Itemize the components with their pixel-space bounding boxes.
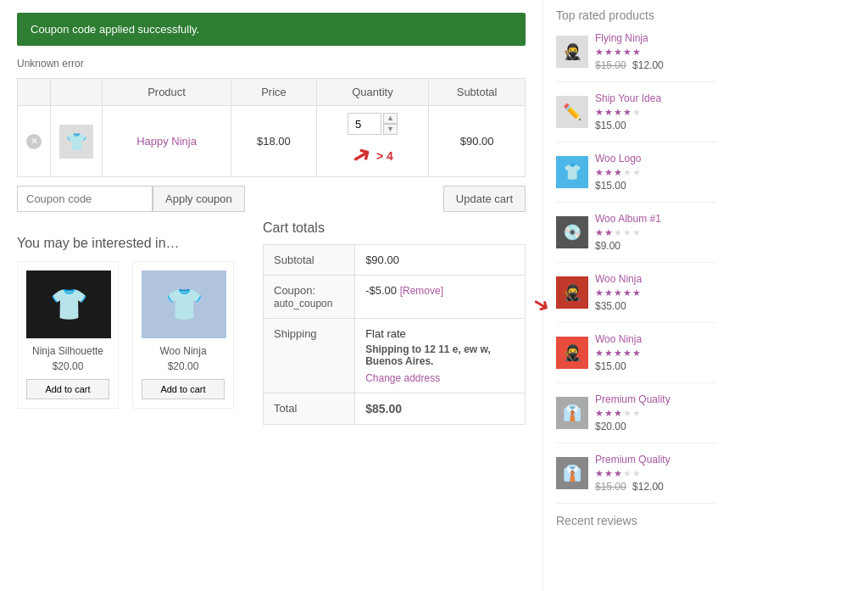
sidebar-product-link[interactable]: Woo Album #1 xyxy=(595,213,716,225)
sidebar-price: $35.00 xyxy=(595,300,716,312)
sidebar-product-info: Woo Album #1 ★★★★★ $9.00 xyxy=(595,213,716,252)
cart-totals-table: Subtotal $90.00 Coupon: auto_coupon -$5.… xyxy=(263,244,526,425)
quantity-cell: ▲ ▼ ➜ > 4 xyxy=(316,106,428,177)
change-address-link[interactable]: Change address xyxy=(365,372,515,384)
col-thumb xyxy=(51,79,103,106)
list-item: 👔 Premium Quality ★★★★★ $20.00 xyxy=(556,393,716,443)
sidebar-price: $9.00 xyxy=(595,240,716,252)
star-rating: ★★★★★ xyxy=(595,287,716,298)
success-banner: Coupon code applied successfully. xyxy=(17,13,526,46)
list-item: 💿 Woo Album #1 ★★★★★ $9.00 xyxy=(556,213,716,263)
coupon-value-cell: -$5.00 [Remove] ➜ xyxy=(355,276,526,319)
table-row: ✕ 👕 Happy Ninja $18.00 xyxy=(18,106,526,177)
sidebar-product-info: Woo Logo ★★★★★ $15.00 xyxy=(595,153,716,192)
list-item: 🥷 Woo Ninja ★★★★★ $15.00 xyxy=(556,333,716,383)
remove-item-button[interactable]: ✕ xyxy=(26,134,42,149)
list-item: 👔 Premium Quality ★★★★★ $15.00 $12.00 xyxy=(556,454,716,504)
sidebar-product-link[interactable]: Premium Quality xyxy=(595,454,716,466)
quantity-input[interactable] xyxy=(348,113,381,135)
shipping-value-cell: Flat rate Shipping to 12 11 e, ew w, Bue… xyxy=(355,319,526,393)
product-thumb-cell: 👕 xyxy=(51,106,103,177)
sidebar-product-info: Premium Quality ★★★★★ $20.00 xyxy=(595,393,716,432)
list-item: ✏️ Ship Your Idea ★★★★★ $15.00 xyxy=(556,92,716,142)
sidebar-product-link[interactable]: Woo Ninja xyxy=(595,273,716,285)
total-label: Total xyxy=(264,393,355,425)
product-card-thumbnail: 👕 xyxy=(142,270,226,338)
sidebar-product-info: Flying Ninja ★★★★★ $15.00 $12.00 xyxy=(595,32,716,71)
sidebar-price: $20.00 xyxy=(595,421,716,432)
star-rating: ★★★★★ xyxy=(595,468,716,479)
sidebar-product-link[interactable]: Woo Ninja xyxy=(595,333,716,345)
subtotal-cell: $90.00 xyxy=(429,106,526,177)
sidebar-product-link[interactable]: Premium Quality xyxy=(595,393,716,405)
coupon-input[interactable] xyxy=(17,186,153,212)
sidebar-product-link[interactable]: Ship Your Idea xyxy=(595,92,716,104)
col-remove xyxy=(18,79,51,106)
price-cell: $18.00 xyxy=(231,106,317,177)
shipping-row: Shipping Flat rate Shipping to 12 11 e, … xyxy=(264,319,526,393)
qty-down-button[interactable]: ▼ xyxy=(383,124,398,135)
cart-totals-title: Cart totals xyxy=(263,220,526,236)
add-to-cart-button-0[interactable]: Add to cart xyxy=(26,379,109,399)
star-rating: ★★★★★ xyxy=(595,167,716,178)
product-subtotal: $90.00 xyxy=(460,135,494,148)
sidebar-product-thumbnail: ✏️ xyxy=(556,96,588,128)
col-quantity: Quantity xyxy=(316,79,428,106)
qty-up-button[interactable]: ▲ xyxy=(383,113,398,124)
star-rating: ★★★★★ xyxy=(595,408,716,419)
sidebar-product-info: Woo Ninja ★★★★★ $15.00 xyxy=(595,333,716,372)
subtotal-value: $90.00 xyxy=(355,245,526,276)
interested-title: You may be interested in… xyxy=(17,236,246,251)
product-name-cell: Happy Ninja xyxy=(103,106,231,177)
sidebar-product-thumbnail: 🥷 xyxy=(556,337,588,369)
subtotal-row: Subtotal $90.00 xyxy=(264,245,526,276)
coupon-row: Apply coupon Update cart xyxy=(17,186,526,212)
sidebar-price: $15.00 xyxy=(595,180,716,192)
top-rated-title: Top rated products xyxy=(556,8,716,22)
add-to-cart-button-1[interactable]: Add to cart xyxy=(142,379,225,399)
shipping-address: Shipping to 12 11 e, ew w, Buenos Aires. xyxy=(365,343,515,367)
list-item: 🥷 Flying Ninja ★★★★★ $15.00 $12.00 xyxy=(556,32,716,82)
product-card-price: $20.00 xyxy=(142,360,225,372)
sidebar: Top rated products 🥷 Flying Ninja ★★★★★ … xyxy=(542,0,729,591)
subtotal-label: Subtotal xyxy=(264,245,355,276)
product-thumbnail: 👕 xyxy=(59,125,93,159)
star-rating: ★★★★★ xyxy=(595,348,716,359)
total-row: Total $85.00 xyxy=(264,393,526,425)
list-item: 👕 Woo Ninja $20.00 Add to cart xyxy=(132,261,234,409)
col-subtotal: Subtotal xyxy=(429,79,526,106)
coupon-discount: -$5.00 xyxy=(365,284,397,297)
sidebar-product-info: Ship Your Idea ★★★★★ $15.00 xyxy=(595,92,716,131)
error-text: Unknown error xyxy=(17,58,526,70)
sidebar-product-thumbnail: 🥷 xyxy=(556,276,588,309)
remove-cell: ✕ xyxy=(18,106,51,177)
product-card-name: Woo Ninja xyxy=(142,345,225,357)
product-price: $18.00 xyxy=(257,135,291,148)
total-value-cell: $85.00 xyxy=(355,393,526,425)
sidebar-product-thumbnail: 🥷 xyxy=(556,36,588,68)
cart-table: Product Price Quantity Subtotal ✕ 👕 Happ… xyxy=(17,78,526,177)
product-link[interactable]: Happy Ninja xyxy=(136,135,197,148)
sidebar-product-thumbnail: 💿 xyxy=(556,216,588,248)
product-card-name: Ninja Silhouette xyxy=(26,345,109,357)
remove-coupon-link[interactable]: [Remove] xyxy=(400,285,443,297)
shipping-label: Shipping xyxy=(264,319,355,393)
apply-coupon-button[interactable]: Apply coupon xyxy=(153,186,245,212)
sidebar-price: $15.00 xyxy=(595,360,716,372)
star-rating: ★★★★★ xyxy=(595,107,716,118)
total-amount: $85.00 xyxy=(365,402,402,415)
col-product: Product xyxy=(103,79,231,106)
sidebar-product-info: Premium Quality ★★★★★ $15.00 $12.00 xyxy=(595,454,716,493)
coupon-row-totals: Coupon: auto_coupon -$5.00 [Remove] ➜ xyxy=(264,276,526,319)
sidebar-product-link[interactable]: Flying Ninja xyxy=(595,32,716,44)
coupon-label: Coupon: auto_coupon xyxy=(264,276,355,319)
success-message: Coupon code applied successfully. xyxy=(31,23,199,36)
product-grid: 👕 Ninja Silhouette $20.00 Add to cart 👕 … xyxy=(17,261,246,409)
update-cart-button[interactable]: Update cart xyxy=(443,186,526,212)
sidebar-product-thumbnail: 👔 xyxy=(556,457,588,489)
sidebar-product-link[interactable]: Woo Logo xyxy=(595,153,716,164)
sidebar-price: $15.00 $12.00 xyxy=(595,59,716,71)
sidebar-product-info: Woo Ninja ★★★★★ $35.00 xyxy=(595,273,716,312)
star-rating: ★★★★★ xyxy=(595,47,716,58)
shipping-method: Flat rate xyxy=(365,327,406,340)
